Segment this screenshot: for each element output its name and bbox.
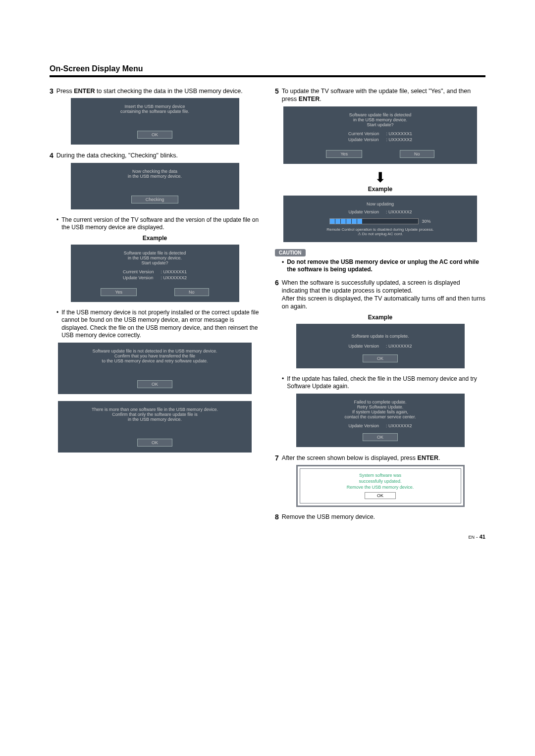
update-version-value: : UXXXXXX2 <box>383 209 415 214</box>
ok-button[interactable]: OK <box>365 492 396 499</box>
success-message: System software wassuccessfully updated.… <box>304 473 457 490</box>
step-number: 7 <box>275 454 279 462</box>
step-text: When the software is successfully update… <box>282 279 485 311</box>
update-version-label: Update Version <box>345 209 382 214</box>
complete-message: Software update is complete. <box>301 334 460 339</box>
step-text: To update the TV software with the updat… <box>282 87 485 103</box>
step-number: 5 <box>275 87 279 103</box>
ok-button[interactable]: OK <box>137 131 172 139</box>
version-table: Update Version: UXXXXXX2 <box>344 422 416 429</box>
current-version-label: Current Version <box>120 269 157 274</box>
left-column: 3 Press ENTER to start checking the data… <box>50 87 260 524</box>
progress-bar <box>329 218 419 224</box>
bullet-error: If the USB memory device is not properly… <box>56 309 260 340</box>
step-6: 6 When the software is successfully upda… <box>275 279 485 311</box>
step-number: 3 <box>50 87 54 95</box>
version-table: Update Version: UXXXXXX2 <box>344 208 416 215</box>
update-version-value: : UXXXXXX2 <box>383 423 415 428</box>
update-version-label: Update Version <box>120 275 157 280</box>
bullet-text: If the update has failed, check the file… <box>287 375 485 391</box>
panel-message: There is more than one software file in … <box>63 407 247 422</box>
version-table: Update Version: UXXXXXX2 <box>344 343 416 350</box>
panel-start-update: Software update file is detectedin the U… <box>71 245 239 302</box>
example-label: Example <box>275 186 485 193</box>
panel-checking: Now checking the datain the USB memory d… <box>71 163 239 209</box>
panel-message: Software update file is detectedin the U… <box>76 251 234 265</box>
panel-now-updating: Now updating Update Version: UXXXXXX2 30… <box>283 196 477 242</box>
panel-message: Insert the USB memory devicecontaining t… <box>76 104 234 114</box>
checking-label: Checking <box>131 196 179 203</box>
ok-button[interactable]: OK <box>363 354 398 362</box>
yes-button[interactable]: Yes <box>101 288 137 296</box>
ac-cord-note: ⚠ Do not unplug AC cord. <box>288 232 472 236</box>
step-number: 6 <box>275 279 279 311</box>
step-5: 5 To update the TV software with the upd… <box>275 87 485 103</box>
progress-percent: 30% <box>422 219 430 224</box>
lang-code: EN <box>468 535 475 540</box>
remote-disabled-note: Remote Control operation is disabled dur… <box>288 227 472 232</box>
bullet-text: If the USB memory device is not properly… <box>61 309 260 340</box>
arrow-down-icon: ⬇ <box>275 171 485 185</box>
panel-success-border: System software wassuccessfully updated.… <box>296 465 465 507</box>
panel-message: Software update file is detectedin the U… <box>288 112 472 127</box>
page-title: On-Screen Display Menu <box>50 64 485 73</box>
update-version-label: Update Version <box>345 344 382 349</box>
panel-insert-usb: Insert the USB memory devicecontaining t… <box>71 98 239 145</box>
step-8: 8 Remove the USB memory device. <box>275 513 485 521</box>
step-number: 4 <box>50 151 54 159</box>
content-columns: 3 Press ENTER to start checking the data… <box>50 87 485 524</box>
example-label: Example <box>275 314 485 321</box>
panel-failed: Failed to complete update.Retry Software… <box>296 394 465 447</box>
bullet-text: The current version of the TV software a… <box>61 216 260 232</box>
ok-button[interactable]: OK <box>137 439 172 447</box>
step-3: 3 Press ENTER to start checking the data… <box>50 87 260 95</box>
example-label: Example <box>50 235 260 242</box>
update-version-value: : UXXXXXX2 <box>383 137 416 142</box>
progress: 30% <box>288 218 472 224</box>
panel-confirm-update: Software update file is detectedin the U… <box>283 106 477 164</box>
current-version-value: : UXXXXXX1 <box>383 131 416 136</box>
step-text: After the screen shown below is displaye… <box>282 454 440 462</box>
ok-button[interactable]: OK <box>137 380 172 388</box>
panel-error-multiple-files: There is more than one software file in … <box>58 401 252 453</box>
step-7: 7 After the screen shown below is displa… <box>275 454 485 462</box>
bullet-versions: The current version of the TV software a… <box>56 216 260 232</box>
panel-success: System software wassuccessfully updated.… <box>300 468 461 504</box>
current-version-value: : UXXXXXX1 <box>158 269 190 274</box>
update-version-label: Update Version <box>345 423 382 428</box>
step-text: During the data checking, "Checking" bli… <box>56 151 178 159</box>
step-text: Press ENTER to start checking the data i… <box>56 87 243 95</box>
ok-button[interactable]: OK <box>363 433 398 441</box>
bullet-fail: If the update has failed, check the file… <box>282 375 485 391</box>
fail-message: Failed to complete update.Retry Software… <box>301 400 460 419</box>
page-num-value: 41 <box>480 534 485 540</box>
step-number: 8 <box>275 513 279 521</box>
divider <box>50 75 485 77</box>
step-4: 4 During the data checking, "Checking" b… <box>50 151 260 159</box>
update-version-label: Update Version <box>345 137 382 142</box>
panel-message: Now checking the datain the USB memory d… <box>76 169 234 179</box>
update-version-value: : UXXXXXX2 <box>158 275 190 280</box>
caution-text: Do not remove the USB memory device or u… <box>282 258 485 274</box>
no-button[interactable]: No <box>174 288 209 296</box>
right-column: 5 To update the TV software with the upd… <box>275 87 485 524</box>
version-table: Current Version: UXXXXXX1 Update Version… <box>119 268 191 281</box>
no-button[interactable]: No <box>400 150 434 158</box>
caution-tag: CAUTION <box>275 249 306 256</box>
page-number: EN - 41 <box>50 534 485 540</box>
version-table: Current Version: UXXXXXX1 Update Version… <box>344 130 416 143</box>
panel-complete: Software update is complete. Update Vers… <box>296 324 465 368</box>
current-version-label: Current Version <box>345 131 382 136</box>
panel-message: Software update file is not detected in … <box>63 349 247 363</box>
step-text: Remove the USB memory device. <box>282 513 375 521</box>
updating-label: Now updating <box>288 202 472 206</box>
panel-error-not-detected: Software update file is not detected in … <box>58 343 252 394</box>
yes-button[interactable]: Yes <box>326 150 362 158</box>
update-version-value: : UXXXXXX2 <box>383 344 415 349</box>
